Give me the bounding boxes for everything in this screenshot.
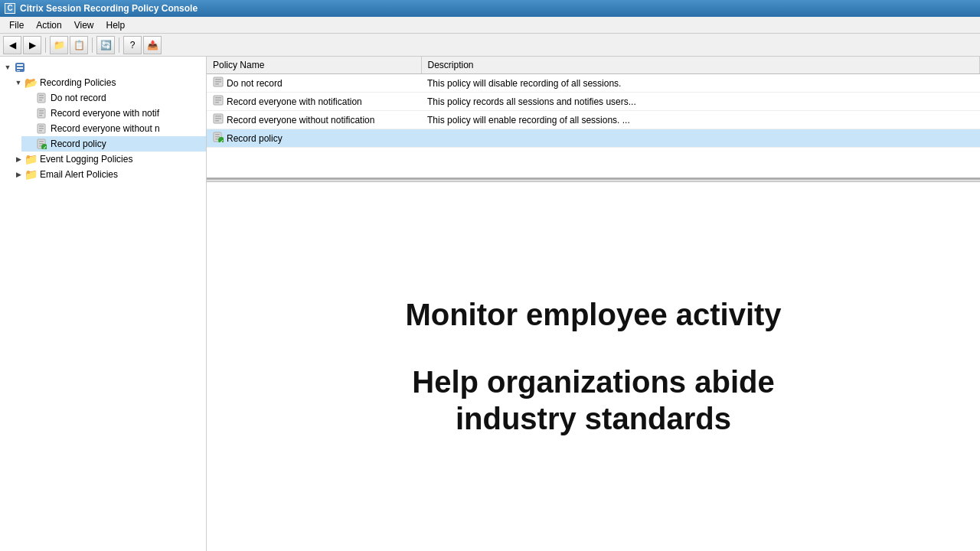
svg-rect-6 [39,97,44,99]
up-button[interactable]: 📁 [50,36,68,54]
export-button[interactable]: 📤 [143,36,162,54]
tree-label: Record policy [51,139,106,149]
content-area: Monitor employee activity Help organizat… [207,182,980,551]
svg-rect-13 [39,126,44,127]
table-row[interactable]: Record everyone with notificationThis po… [207,93,980,111]
tree-toggle-leaf [24,109,34,118]
menu-item-view[interactable]: View [68,18,100,32]
svg-rect-31 [215,116,221,117]
tree-toggle-leaf [24,139,34,148]
tree-node-record-everyone-with-notif[interactable]: Record everyone with notif [21,106,206,121]
svg-rect-3 [17,70,20,71]
tree-label: Record everyone without n [51,123,160,134]
svg-rect-7 [39,99,42,101]
title-bar: C Citrix Session Recording Policy Consol… [0,0,980,17]
policy-description-cell [421,129,980,148]
tree-node-event-logging-policies[interactable]: ▶📁Event Logging Policies [11,152,206,167]
menu-item-file[interactable]: File [3,18,30,32]
svg-rect-29 [215,102,219,103]
left-panel: ▼▼📂Recording PoliciesDo not recordRecord… [0,57,207,551]
policy-description-cell: This policy records all sessions and not… [421,93,980,111]
svg-rect-9 [39,110,44,112]
menu-item-help[interactable]: Help [100,18,132,32]
tree-toggle: ▶ [14,170,23,179]
tree-node-do-not-record[interactable]: Do not record [21,90,206,106]
tree-node-root[interactable]: ▼ [0,60,206,75]
help-button[interactable]: ? [123,36,142,54]
policy-name-cell: ✓Record policy [213,132,415,145]
show-hide-button[interactable]: 📋 [70,36,88,54]
table-row[interactable]: ✓Record policy [207,129,980,148]
policy-table-area: Policy Name Description Do not recordThi… [207,57,980,179]
tree-toggle: ▼ [14,78,23,87]
svg-rect-17 [39,141,44,142]
svg-text:✓: ✓ [43,145,47,149]
right-panel: Policy Name Description Do not recordThi… [207,57,980,551]
refresh-button[interactable]: 🔄 [96,36,115,54]
policy-name-cell: Record everyone with notification [213,95,415,108]
policy-table: Policy Name Description Do not recordThi… [207,57,980,148]
svg-rect-23 [215,79,221,80]
window-title: Citrix Session Recording Policy Console [20,3,198,14]
policy-gray-icon [213,77,224,90]
tree-label: Recording Policies [40,77,116,88]
toolbar: ◀▶📁📋🔄?📤 [0,34,980,57]
policy-gray-icon [35,92,47,104]
table-row[interactable]: Record everyone without notificationThis… [207,111,980,129]
svg-rect-27 [215,97,221,99]
policy-name-cell: Do not record [213,77,415,90]
svg-rect-35 [215,134,220,135]
app-icon: C [5,3,15,14]
tree-toggle-leaf [24,124,34,133]
tree-node-recording-policies[interactable]: ▼📂Recording Policies [11,75,206,90]
menu-item-action[interactable]: Action [30,18,67,32]
svg-rect-2 [17,67,23,69]
toolbar-separator [119,37,119,53]
svg-rect-25 [215,83,219,85]
main-area: ▼▼📂Recording PoliciesDo not recordRecord… [0,57,980,551]
tree-label: Do not record [51,93,106,103]
svg-rect-36 [215,136,220,138]
svg-rect-1 [17,64,23,66]
svg-rect-28 [215,99,221,101]
toolbar-separator [92,37,93,53]
tree-node-record-everyone-without-n[interactable]: Record everyone without n [21,121,206,136]
svg-rect-37 [215,139,218,140]
back-button[interactable]: ◀ [3,36,21,54]
svg-rect-14 [39,128,44,129]
root-icon [14,61,26,73]
tree-node-email-alert-policies[interactable]: ▶📁Email Alert Policies [11,167,206,182]
policy-green-icon: ✓ [213,132,224,145]
content-line1: Monitor employee activity [405,296,781,333]
tree-toggle-root: ▼ [3,63,12,72]
forward-button[interactable]: ▶ [23,36,41,54]
tree-toggle: ▶ [14,155,23,164]
toolbar-separator [45,37,46,53]
policy-description-cell: This policy will disable recording of al… [421,74,980,93]
tree-label: Email Alert Policies [40,169,118,180]
policy-gray-icon [35,107,47,119]
tree-label: Record everyone with notif [51,108,159,119]
svg-rect-32 [215,118,221,119]
menu-bar: FileActionViewHelp [0,17,980,34]
policy-name-text: Record policy [227,133,283,144]
svg-rect-24 [215,81,221,83]
folder-open-icon: 📂 [24,77,37,89]
col-header-description: Description [421,57,980,74]
table-row[interactable]: Do not recordThis policy will disable re… [207,74,980,93]
tree-view: ▼▼📂Recording PoliciesDo not recordRecord… [0,57,206,185]
svg-rect-33 [215,120,219,122]
tree-toggle-leaf [24,93,34,103]
folder-icon: 📁 [24,153,37,165]
policy-description-cell: This policy will enable recording of all… [421,111,980,129]
tree-node-record-policy[interactable]: ✓Record policy [21,136,206,152]
content-line2: Help organizations abide industry standa… [412,364,774,437]
policy-gray-icon [213,113,224,126]
folder-icon: 📁 [24,168,37,181]
svg-rect-10 [39,112,44,114]
svg-rect-15 [39,130,42,132]
policy-name-text: Record everyone without notification [227,115,374,126]
svg-rect-18 [39,143,44,145]
svg-rect-5 [39,95,44,96]
policy-name-cell: Record everyone without notification [213,113,415,126]
